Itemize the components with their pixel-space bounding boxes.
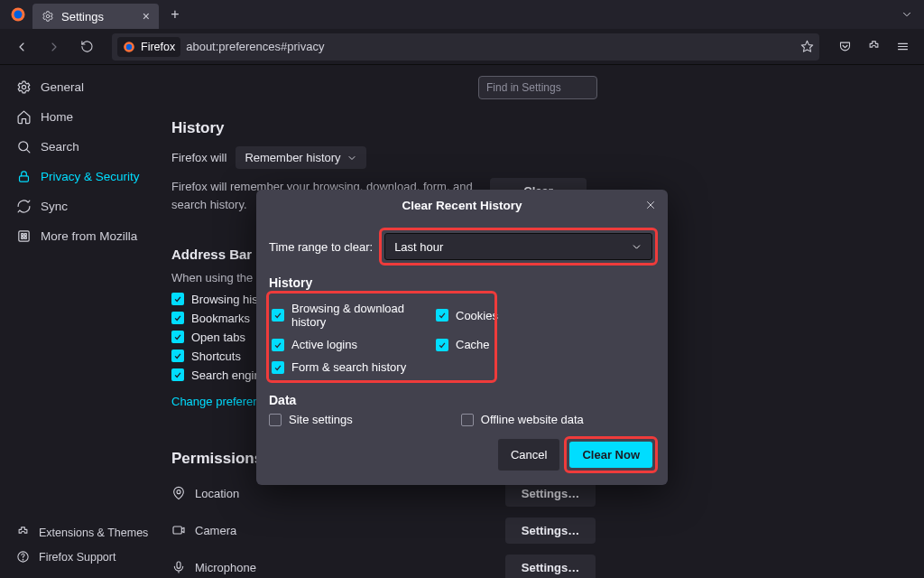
time-range-label: Time range to clear: <box>269 240 373 254</box>
checkbox-checked-icon <box>272 309 284 322</box>
cb-label: Offline website data <box>481 413 584 426</box>
cb-browsing-download[interactable]: Browsing & download history <box>272 302 432 329</box>
cb-cookies[interactable]: Cookies <box>436 302 492 329</box>
modal-backdrop: Clear Recent History Time range to clear… <box>0 0 924 578</box>
cb-label: Cookies <box>456 309 498 322</box>
chevron-down-icon <box>631 241 642 253</box>
modal-data-heading: Data <box>269 393 655 407</box>
checkbox-unchecked-icon <box>461 414 474 426</box>
close-icon[interactable] <box>642 197 659 213</box>
checkbox-checked-icon <box>436 339 448 351</box>
checkbox-checked-icon <box>436 309 448 322</box>
cb-offline-data[interactable]: Offline website data <box>461 413 584 426</box>
cb-site-settings[interactable]: Site settings <box>269 413 353 426</box>
cb-label: Form & search history <box>291 360 406 374</box>
history-checkbox-group: Browsing & download history Cookies Acti… <box>272 296 492 378</box>
cb-label: Browsing & download history <box>291 302 432 329</box>
cancel-button[interactable]: Cancel <box>498 439 559 471</box>
cb-active-logins[interactable]: Active logins <box>272 338 432 351</box>
checkbox-checked-icon <box>272 339 284 351</box>
time-range-select[interactable]: Last hour <box>384 233 652 260</box>
modal-title: Clear Recent History <box>256 190 668 221</box>
cb-cache[interactable]: Cache <box>436 338 492 351</box>
checkbox-unchecked-icon <box>269 414 282 426</box>
clear-now-button[interactable]: Clear Now <box>569 442 652 468</box>
checkbox-checked-icon <box>272 361 284 374</box>
cb-form-search[interactable]: Form & search history <box>272 360 432 374</box>
modal-title-text: Clear Recent History <box>402 199 522 212</box>
modal-history-heading: History <box>269 275 655 290</box>
time-range-value: Last hour <box>394 240 443 254</box>
cb-label: Active logins <box>291 338 357 351</box>
cb-label: Cache <box>456 338 490 351</box>
clear-history-modal: Clear Recent History Time range to clear… <box>256 190 668 485</box>
cb-label: Site settings <box>289 413 353 426</box>
